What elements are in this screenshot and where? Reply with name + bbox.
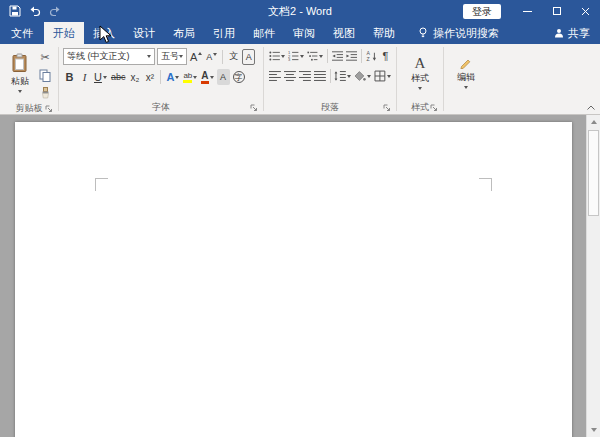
font-size-dropdown-arrow [179, 55, 183, 58]
enclose-character-button[interactable]: 字 [232, 69, 246, 85]
scrollbar-thumb[interactable] [588, 130, 599, 216]
share-label: 共享 [568, 26, 590, 41]
strikethrough-button[interactable]: abc [110, 69, 127, 85]
align-right-button[interactable] [298, 68, 312, 84]
font-color-dropdown-arrow [210, 76, 214, 79]
paste-button[interactable]: 粘贴 [4, 47, 36, 98]
text-effects-button[interactable]: A [165, 69, 180, 85]
save-button[interactable] [5, 1, 24, 21]
numbering-button[interactable]: 123 [287, 48, 305, 64]
align-right-icon [299, 70, 311, 82]
paragraph-row-2 [268, 68, 392, 84]
scroll-down-button[interactable] [587, 423, 600, 437]
shrink-font-button[interactable]: A [205, 49, 218, 65]
tab-layout[interactable]: 布局 [164, 22, 204, 44]
styles-button[interactable]: A 样式 [401, 47, 439, 98]
font-name-dropdown-arrow [147, 55, 151, 58]
redo-button[interactable] [45, 1, 64, 21]
tab-home[interactable]: 开始 [44, 22, 84, 44]
row-separator [222, 50, 223, 64]
character-border-button[interactable]: A [242, 49, 255, 65]
share-button[interactable]: 共享 [554, 22, 590, 44]
borders-button[interactable] [373, 68, 392, 84]
font-dialog-launcher[interactable] [250, 104, 258, 112]
scroll-down-icon [591, 428, 597, 432]
tab-references[interactable]: 引用 [204, 22, 244, 44]
shrink-arrow-icon [213, 53, 217, 56]
multilevel-list-button[interactable] [306, 48, 324, 64]
sort-button[interactable]: AZ [365, 48, 378, 64]
font-color-letter: A [201, 71, 208, 84]
vertical-scrollbar[interactable] [586, 115, 600, 437]
superscript-button[interactable]: x² [143, 69, 156, 85]
minimize-button[interactable] [513, 0, 542, 22]
person-icon [554, 28, 564, 38]
show-hide-marks-button[interactable]: ¶ [379, 48, 392, 64]
clipboard-group-label: 剪贴板 [16, 102, 43, 115]
text-effects-dropdown-arrow [175, 76, 179, 79]
align-center-button[interactable] [283, 68, 297, 84]
lightbulb-icon [418, 27, 428, 39]
bullets-dropdown-arrow [281, 55, 285, 58]
font-group-label: 字体 [152, 101, 170, 114]
font-size-select[interactable]: 五号 [157, 48, 187, 65]
justify-button[interactable] [313, 68, 327, 84]
line-spacing-button[interactable] [333, 68, 352, 84]
ribbon-tab-bar: 文件 开始 插入 设计 布局 引用 邮件 审阅 视图 帮助 操作说明搜索 共享 [0, 22, 600, 44]
svg-text:Z: Z [366, 56, 369, 62]
tellme-search[interactable]: 操作说明搜索 [418, 22, 499, 44]
tab-help[interactable]: 帮助 [364, 22, 404, 44]
scroll-up-button[interactable] [587, 115, 600, 129]
paragraph-content: 123 AZ ¶ [268, 47, 392, 100]
font-color-button[interactable]: A [200, 69, 214, 85]
maximize-button[interactable] [542, 0, 571, 22]
title-bar: 文档2 - Word 登录 [0, 0, 600, 22]
editing-content: 编辑 [448, 47, 484, 100]
underline-button[interactable]: U [93, 69, 108, 85]
font-group-label-row: 字体 [63, 100, 259, 114]
tab-review[interactable]: 审阅 [284, 22, 324, 44]
collapse-ribbon-button[interactable] [586, 104, 596, 111]
text-effects-letter: A [166, 71, 174, 83]
cut-button[interactable]: ✂ [38, 49, 52, 65]
shrink-font-letter: A [206, 52, 212, 62]
copy-button[interactable] [38, 67, 52, 83]
redo-icon [49, 5, 61, 17]
tab-mailings[interactable]: 邮件 [244, 22, 284, 44]
align-left-icon [269, 70, 281, 82]
tab-design[interactable]: 设计 [124, 22, 164, 44]
styles-dialog-launcher[interactable] [430, 104, 438, 112]
undo-button[interactable] [25, 1, 44, 21]
highlight-button[interactable]: ab [182, 69, 198, 85]
clipboard-content: 粘贴 ✂ [4, 47, 54, 101]
bold-button[interactable]: B [63, 69, 76, 85]
close-button[interactable] [571, 0, 600, 22]
character-shading-button[interactable]: A [217, 69, 230, 85]
tab-insert[interactable]: 插入 [84, 22, 124, 44]
format-painter-button[interactable] [38, 85, 52, 101]
paragraph-dialog-launcher[interactable] [383, 104, 391, 112]
document-page[interactable] [15, 122, 572, 437]
shading-button[interactable] [353, 68, 372, 84]
font-name-select[interactable]: 等线 (中文正文) [63, 48, 155, 65]
grow-font-button[interactable]: A [189, 49, 203, 65]
editing-button[interactable]: 编辑 [448, 47, 484, 98]
increase-indent-icon [346, 50, 357, 62]
increase-indent-button[interactable] [345, 48, 358, 64]
subscript-button[interactable]: x₂ [128, 69, 141, 85]
bullets-button[interactable] [268, 48, 286, 64]
editing-button-label: 编辑 [457, 71, 475, 84]
tab-file[interactable]: 文件 [0, 22, 44, 44]
window-title: 文档2 - Word [268, 4, 332, 19]
align-left-button[interactable] [268, 68, 282, 84]
phonetic-guide-button[interactable]: 文 [227, 49, 240, 65]
svg-text:A: A [366, 50, 370, 56]
tab-view[interactable]: 视图 [324, 22, 364, 44]
italic-button[interactable]: I [78, 69, 91, 85]
clipboard-dialog-launcher[interactable] [45, 105, 53, 113]
highlight-letters: ab [183, 71, 192, 83]
font-name-value: 等线 (中文正文) [67, 50, 130, 63]
signin-button[interactable]: 登录 [463, 4, 501, 19]
styles-dropdown-arrow [418, 87, 422, 90]
decrease-indent-button[interactable] [331, 48, 344, 64]
